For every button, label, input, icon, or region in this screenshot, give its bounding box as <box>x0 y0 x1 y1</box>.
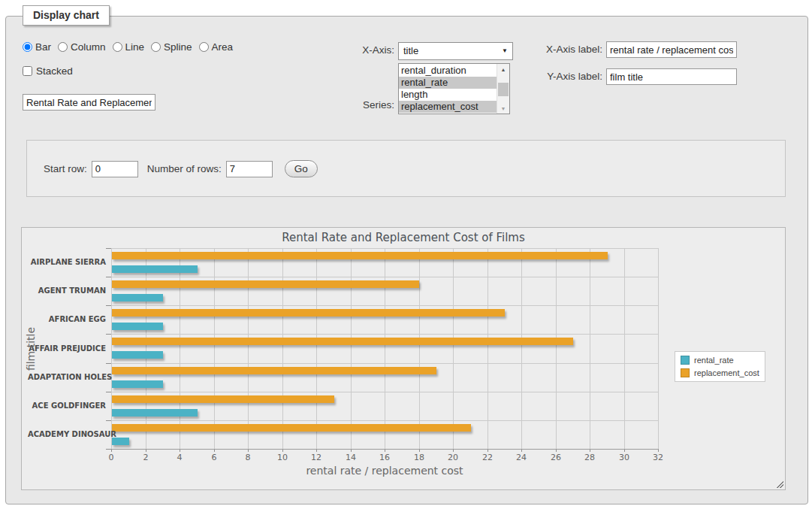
gridline-vertical <box>419 248 420 449</box>
x-tick-label: 12 <box>305 453 328 462</box>
x-tick-label: 14 <box>340 453 362 462</box>
chart-type-radio-bar[interactable] <box>23 42 32 52</box>
chart-type-option-area[interactable]: Area <box>199 41 234 53</box>
x-axis-line <box>111 449 659 450</box>
chart-bar-replacement_cost <box>112 309 505 317</box>
chart-type-radio-area[interactable] <box>199 42 209 52</box>
series-option-replacement_cost[interactable]: replacement_cost <box>399 101 497 113</box>
gridline-horizontal <box>111 248 658 249</box>
gridline-horizontal <box>111 420 658 421</box>
chart-type-radio-label: Bar <box>35 41 51 53</box>
gridline-vertical <box>521 248 522 449</box>
legend-swatch <box>681 356 690 365</box>
x-tick-label: 26 <box>545 453 567 462</box>
number-of-rows-label: Number of rows: <box>147 163 222 174</box>
chart-type-radio-group: BarColumnLineSplineArea <box>23 41 233 53</box>
chart-type-radio-spline[interactable] <box>151 42 161 52</box>
chart-bar-replacement_cost <box>112 280 419 288</box>
y-category-label: ACE GOLDFINGER <box>28 401 106 410</box>
x-tick-label: 16 <box>373 453 396 462</box>
gridline-vertical <box>282 248 283 449</box>
go-button[interactable]: Go <box>285 160 318 177</box>
scrollbar-thumb[interactable] <box>498 83 509 96</box>
chart-type-option-column[interactable]: Column <box>58 41 106 53</box>
gridline-horizontal <box>111 305 658 306</box>
start-row-label: Start row: <box>44 163 87 174</box>
gridline-vertical <box>214 248 215 449</box>
chart-type-option-line[interactable]: Line <box>113 41 145 53</box>
chart-bar-replacement_cost <box>112 395 334 403</box>
x-axis-text-label: X-Axis label: <box>535 41 602 59</box>
gridline-vertical <box>385 248 385 449</box>
start-row-input[interactable] <box>92 161 138 177</box>
legend-item-rental_rate: rental_rate <box>681 356 759 365</box>
x-tick-label: 0 <box>100 453 122 462</box>
gridline-horizontal <box>111 363 658 364</box>
y-category-label: ACADEMY DINOSAUR <box>28 430 106 438</box>
x-tick-label: 32 <box>647 453 669 462</box>
x-tick-label: 18 <box>408 453 430 462</box>
series-option-rental_rate[interactable]: rental_rate <box>399 77 497 89</box>
stacked-checkbox-row[interactable]: Stacked <box>23 65 73 77</box>
gridline-vertical <box>316 248 317 449</box>
series-option-length[interactable]: length <box>399 89 497 101</box>
gridline-vertical <box>248 248 249 449</box>
select-dropdown-arrow-icon: ▼ <box>502 43 508 59</box>
y-tick-mark <box>106 392 111 392</box>
gridline-vertical <box>111 248 112 449</box>
x-axis-title: rental rate / replacement cost <box>111 465 658 477</box>
series-listbox-label: Series: <box>328 96 394 114</box>
page: Display chart BarColumnLineSplineArea St… <box>0 0 812 512</box>
chart-bar-replacement_cost <box>112 338 573 345</box>
chart-title: Rental Rate and Replacement Cost of Film… <box>22 231 785 244</box>
x-axis-select-label: X-Axis: <box>328 41 394 59</box>
stacked-label: Stacked <box>36 65 73 77</box>
x-tick-label: 6 <box>203 453 225 462</box>
gridline-vertical <box>624 248 625 449</box>
gridline-horizontal <box>111 334 658 335</box>
series-listbox[interactable]: rental_durationrental_ratelengthreplacem… <box>398 63 510 114</box>
number-of-rows-input[interactable] <box>226 161 273 177</box>
rows-panel-row: Start row: Number of rows: Go <box>44 160 318 177</box>
x-tick-label: 20 <box>442 453 464 462</box>
x-tick-label: 28 <box>578 453 601 462</box>
y-tick-mark <box>106 420 111 421</box>
scrollbar-down-icon[interactable]: ▼ <box>497 103 509 114</box>
x-tick-label: 24 <box>510 453 533 462</box>
y-tick-mark <box>106 334 111 335</box>
chart-bar-rental_rate <box>112 294 163 301</box>
stacked-checkbox[interactable] <box>23 66 32 76</box>
x-axis-select[interactable]: title ▼ <box>398 42 513 60</box>
chart-bar-rental_rate <box>112 438 129 445</box>
chart-title-input[interactable] <box>23 94 155 111</box>
chart-container: Rental Rate and Replacement Cost of Film… <box>21 227 786 490</box>
chart-type-option-spline[interactable]: Spline <box>151 41 192 53</box>
chart-type-radio-label: Spline <box>164 41 192 53</box>
x-tick-label: 2 <box>134 453 157 462</box>
gridline-vertical <box>488 248 488 449</box>
chart-type-option-bar[interactable]: Bar <box>23 41 51 53</box>
chart-legend: rental_ratereplacement_cost <box>675 351 765 382</box>
y-axis-label-input[interactable] <box>606 68 737 85</box>
x-tick-label: 10 <box>271 453 294 462</box>
gridline-vertical <box>556 248 557 449</box>
fieldset-legend: Display chart <box>23 5 110 26</box>
chart-bar-replacement_cost <box>112 252 608 259</box>
y-tick-mark <box>106 363 111 364</box>
chart-type-radio-line[interactable] <box>113 42 122 52</box>
chart-bar-rental_rate <box>112 323 163 330</box>
gridline-vertical <box>590 248 590 449</box>
y-axis-title: film title <box>25 327 37 371</box>
scrollbar-up-icon[interactable]: ▲ <box>497 64 509 74</box>
x-axis-label-input[interactable] <box>606 41 737 58</box>
x-axis-selected-value: title <box>403 45 418 56</box>
chart-canvas: Rental Rate and Replacement Cost of Film… <box>22 228 785 489</box>
gridline-vertical <box>180 248 180 449</box>
gridline-vertical <box>146 248 146 449</box>
gridline-vertical <box>453 248 454 449</box>
chart-bar-replacement_cost <box>112 424 471 432</box>
chart-type-radio-label: Column <box>71 41 106 53</box>
chart-type-radio-column[interactable] <box>58 42 68 52</box>
listbox-scrollbar[interactable]: ▲ ▼ <box>497 64 509 114</box>
series-option-rental_duration[interactable]: rental_duration <box>399 65 497 77</box>
